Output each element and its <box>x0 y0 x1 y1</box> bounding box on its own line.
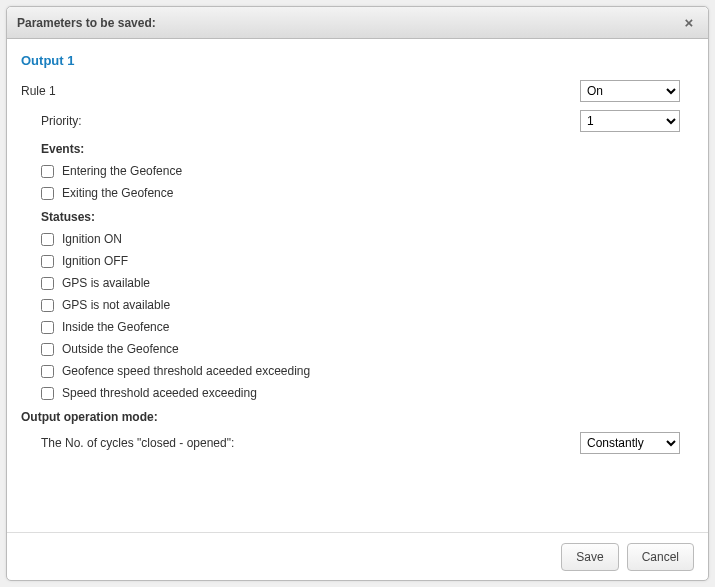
priority-select[interactable]: 12345 <box>580 110 680 132</box>
dialog-footer: Save Cancel <box>7 532 708 580</box>
checkbox-label: Inside the Geofence <box>62 320 169 334</box>
list-item: Inside the Geofence <box>41 320 680 334</box>
statuses-list: Ignition ONIgnition OFFGPS is availableG… <box>21 232 680 400</box>
list-item: Geofence speed threshold aceeded exceedi… <box>41 364 680 378</box>
checkbox-label: Geofence speed threshold aceeded exceedi… <box>62 364 310 378</box>
statuses-heading: Statuses: <box>41 210 680 224</box>
list-item: GPS is not available <box>41 298 680 312</box>
rule-state-select[interactable]: OnOff <box>580 80 680 102</box>
dialog-title: Parameters to be saved: <box>17 16 680 30</box>
cycles-select[interactable]: Constantly <box>580 432 680 454</box>
save-button[interactable]: Save <box>561 543 618 571</box>
list-item: Entering the Geofence <box>41 164 680 178</box>
rule-row: Rule 1 OnOff <box>21 80 680 102</box>
dialog: Parameters to be saved: × Output 1 Rule … <box>6 6 709 581</box>
events-heading: Events: <box>41 142 680 156</box>
list-item: Ignition ON <box>41 232 680 246</box>
list-item: Outside the Geofence <box>41 342 680 356</box>
dialog-content: Output 1 Rule 1 OnOff Priority: 12345 Ev… <box>7 39 708 532</box>
checkbox-label: Ignition ON <box>62 232 122 246</box>
event-checkbox[interactable] <box>41 187 54 200</box>
priority-row: Priority: 12345 <box>21 110 680 132</box>
checkbox-label: Outside the Geofence <box>62 342 179 356</box>
scroll-area[interactable]: Output 1 Rule 1 OnOff Priority: 12345 Ev… <box>21 49 690 532</box>
checkbox-label: Exiting the Geofence <box>62 186 173 200</box>
status-checkbox[interactable] <box>41 387 54 400</box>
operation-mode-heading: Output operation mode: <box>21 410 680 424</box>
checkbox-label: GPS is not available <box>62 298 170 312</box>
status-checkbox[interactable] <box>41 255 54 268</box>
list-item: Exiting the Geofence <box>41 186 680 200</box>
titlebar: Parameters to be saved: × <box>7 7 708 39</box>
events-list: Entering the GeofenceExiting the Geofenc… <box>21 164 680 200</box>
output-heading: Output 1 <box>21 53 680 68</box>
status-checkbox[interactable] <box>41 277 54 290</box>
rule-label: Rule 1 <box>21 84 580 98</box>
list-item: GPS is available <box>41 276 680 290</box>
checkbox-label: Speed threshold aceeded exceeding <box>62 386 257 400</box>
priority-label: Priority: <box>21 114 580 128</box>
cycles-row: The No. of cycles "closed - opened": Con… <box>21 432 680 454</box>
close-icon[interactable]: × <box>680 14 698 32</box>
checkbox-label: Ignition OFF <box>62 254 128 268</box>
cycles-label: The No. of cycles "closed - opened": <box>21 436 580 450</box>
status-checkbox[interactable] <box>41 233 54 246</box>
list-item: Speed threshold aceeded exceeding <box>41 386 680 400</box>
status-checkbox[interactable] <box>41 343 54 356</box>
event-checkbox[interactable] <box>41 165 54 178</box>
checkbox-label: GPS is available <box>62 276 150 290</box>
checkbox-label: Entering the Geofence <box>62 164 182 178</box>
status-checkbox[interactable] <box>41 365 54 378</box>
status-checkbox[interactable] <box>41 299 54 312</box>
cancel-button[interactable]: Cancel <box>627 543 694 571</box>
list-item: Ignition OFF <box>41 254 680 268</box>
status-checkbox[interactable] <box>41 321 54 334</box>
